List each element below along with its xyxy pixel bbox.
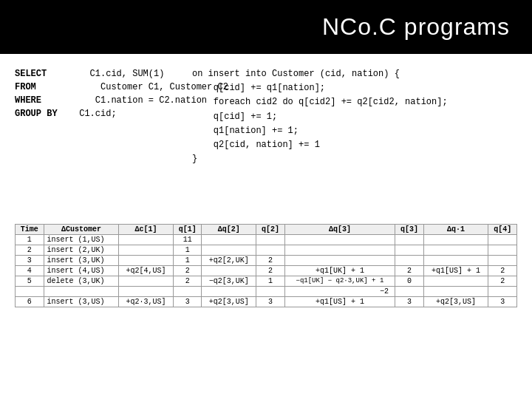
cell-dq2: +q2[3,US]	[202, 297, 256, 307]
cell-dq3: −q1[UK] − q2·3,UK] + 1	[284, 276, 395, 287]
cell-dc1	[119, 276, 174, 287]
cell-dq4	[423, 287, 488, 297]
cell-q1: 2	[173, 266, 202, 276]
cell-q3: 3	[395, 297, 424, 307]
cell-q3: 2	[395, 266, 424, 276]
cell-q4: 3	[488, 297, 517, 307]
cell-dc1	[119, 245, 174, 256]
cell-dq3	[284, 245, 395, 256]
cell-q3	[395, 256, 424, 266]
cell-q1: 1	[173, 245, 202, 256]
cell-q4: 2	[488, 266, 517, 276]
cell-dq3: +q1[US] + 1	[284, 297, 395, 307]
trigger-line-2: q[cid] += q1[nation];	[192, 81, 448, 95]
cell-q4	[488, 287, 517, 297]
cell-dq2: +q2[2,UK]	[202, 256, 256, 266]
cell-dq2	[202, 245, 256, 256]
cell-time: 4	[16, 266, 44, 276]
cell-q4: 2	[488, 276, 517, 287]
trigger-line-3: foreach cid2 do q[cid2] += q2[cid2, nati…	[192, 95, 448, 109]
table-row-sub: −2	[16, 287, 517, 297]
cell-customer: insert (3,UK)	[44, 256, 119, 266]
col-delta-q4: Δq·1	[423, 225, 488, 235]
trigger-line-7: }	[192, 152, 448, 166]
cell-customer: insert (3,US)	[44, 297, 119, 307]
cell-q4	[488, 235, 517, 245]
cell-dq3: −2	[284, 287, 395, 297]
col-delta-q3: Δq[3]	[284, 225, 395, 235]
cell-customer	[44, 287, 119, 297]
cell-dq2	[202, 287, 256, 297]
cell-q3	[395, 235, 424, 245]
table-row: 1 insert (1,US) 11	[16, 235, 517, 245]
cell-customer: insert (2,UK)	[44, 245, 119, 256]
cell-q1	[173, 287, 202, 297]
cell-dq3	[284, 235, 395, 245]
cell-q2: 2	[256, 256, 285, 266]
cell-time: 6	[16, 297, 44, 307]
cell-dq2	[202, 235, 256, 245]
cell-dc1	[119, 256, 174, 266]
col-q2: q[2]	[256, 225, 285, 235]
col-delta-customer: ΔCustomer	[44, 225, 119, 235]
cell-q2	[256, 235, 285, 245]
cell-time: 1	[16, 235, 44, 245]
cell-q2: 2	[256, 266, 285, 276]
cell-dq4	[423, 276, 488, 287]
cell-dq4: +q2[3,US]	[423, 297, 488, 307]
cell-dc1: +q2·3,US]	[119, 297, 174, 307]
cell-q3	[395, 245, 424, 256]
cell-time: 5	[16, 276, 44, 287]
cell-dq4	[423, 245, 488, 256]
cell-dq4: +q1[US] + 1	[423, 266, 488, 276]
cell-time: 3	[16, 256, 44, 266]
table-header-row: Time ΔCustomer Δc[1] q[1] Δq[2] q[2] Δq[…	[16, 225, 517, 235]
col-delta-c1: Δc[1]	[119, 225, 174, 235]
table-row: 6 insert (3,US) +q2·3,US] 3 +q2[3,US] 3 …	[16, 297, 517, 307]
table-row: 3 insert (3,UK) 1 +q2[2,UK] 2	[16, 256, 517, 266]
table-row: 2 insert (2,UK) 1	[16, 245, 517, 256]
cell-q1: 11	[173, 235, 202, 245]
cell-dq2: −q2[3,UK]	[202, 276, 256, 287]
cell-time	[16, 287, 44, 297]
cell-customer: insert (4,US)	[44, 266, 119, 276]
cell-dq4	[423, 256, 488, 266]
cell-time: 2	[16, 245, 44, 256]
col-time: Time	[16, 225, 44, 235]
cell-q2	[256, 245, 285, 256]
trigger-line-4: q[cid] += 1;	[192, 110, 448, 124]
page-title: NCo.C programs	[322, 13, 510, 40]
cell-q1: 3	[173, 297, 202, 307]
col-q1: q[1]	[173, 225, 202, 235]
cell-q4	[488, 245, 517, 256]
trigger-line-5: q1[nation] += 1;	[192, 124, 448, 138]
cell-q4	[488, 256, 517, 266]
cell-dq4	[423, 235, 488, 245]
cell-dq2	[202, 266, 256, 276]
trigger-block: on insert into Customer (cid, nation) { …	[192, 67, 448, 166]
data-table-section: Time ΔCustomer Δc[1] q[1] Δq[2] q[2] Δq[…	[15, 224, 517, 307]
cell-customer: delete (3,UK)	[44, 276, 119, 287]
col-delta-q2: Δq[2]	[202, 225, 256, 235]
cell-q2: 1	[256, 276, 285, 287]
cell-q2: 3	[256, 297, 285, 307]
col-q3: q[3]	[395, 225, 424, 235]
table-row: 5 delete (3,UK) 2 −q2[3,UK] 1 −q1[UK] − …	[16, 276, 517, 287]
trigger-line-1: on insert into Customer (cid, nation) {	[192, 67, 448, 81]
cell-dc1: +q2[4,US]	[119, 266, 174, 276]
data-table: Time ΔCustomer Δc[1] q[1] Δq[2] q[2] Δq[…	[15, 224, 517, 307]
table-row: 4 insert (4,US) +q2[4,US] 2 2 +q1[UK] + …	[16, 266, 517, 276]
cell-dq3	[284, 256, 395, 266]
cell-customer: insert (1,US)	[44, 235, 119, 245]
col-q4: q[4]	[488, 225, 517, 235]
main-content: SELECT C1.cid, SUM(1) FROM Customer C1, …	[0, 54, 532, 307]
cell-q2	[256, 287, 285, 297]
cell-q3: 0	[395, 276, 424, 287]
cell-q1: 2	[173, 276, 202, 287]
cell-q3	[395, 287, 424, 297]
page-header: NCo.C programs	[0, 0, 532, 54]
cell-dq3: +q1[UK] + 1	[284, 266, 395, 276]
cell-dc1	[119, 235, 174, 245]
cell-q1: 1	[173, 256, 202, 266]
trigger-line-6: q2[cid, nation] += 1	[192, 138, 448, 152]
